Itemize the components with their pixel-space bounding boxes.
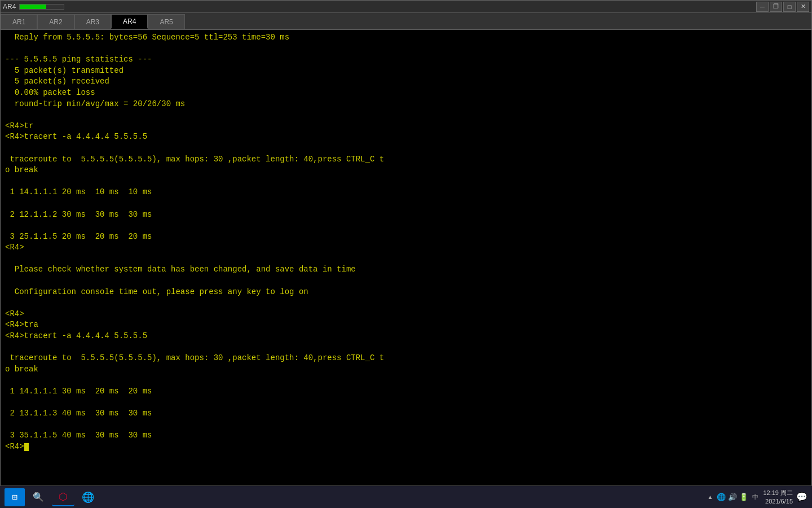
terminal-line: <R4> — [5, 309, 24, 318]
tray-icons: ▲ 🌐 🔊 🔋 中 — [705, 493, 760, 502]
terminal-line: Reply from 5.5.5.5: bytes=56 Sequence=5 … — [5, 33, 289, 42]
taskbar-left: ⊞ 🔍 ⬡ 🌐 — [5, 488, 99, 506]
taskbar-clock[interactable]: 12:19 周二 2021/6/15 — [763, 489, 793, 505]
title-bar: AR4 ─ ❐ □ ✕ — [1, 1, 811, 13]
taskbar-right: ▲ 🌐 🔊 🔋 中 12:19 周二 2021/6/15 💬 — [705, 489, 807, 505]
chrome-icon: 🌐 — [82, 491, 94, 503]
windows-icon: ⊞ — [12, 492, 17, 503]
progress-bar-fill — [20, 5, 46, 9]
huawei-icon: ⬡ — [59, 491, 68, 503]
terminal-line: o break — [5, 365, 38, 374]
main-window: AR4 ─ ❐ □ ✕ AR1 AR2 AR3 AR4 AR5 Reply fr… — [0, 0, 812, 485]
terminal-line: 5 packet(s) transmitted — [5, 66, 123, 75]
tab-AR3[interactable]: AR3 — [74, 14, 111, 29]
terminal-line: o break — [5, 165, 38, 174]
terminal-line: traceroute to 5.5.5.5(5.5.5.5), max hops… — [5, 155, 384, 164]
start-button[interactable]: ⊞ — [5, 488, 25, 506]
taskbar-date-text: 2021/6/15 — [763, 497, 793, 505]
terminal-line: traceroute to 5.5.5.5(5.5.5.5), max hops… — [5, 353, 384, 362]
tab-AR4[interactable]: AR4 — [111, 14, 148, 29]
tab-AR2[interactable]: AR2 — [37, 14, 74, 29]
minimize-button[interactable]: ─ — [756, 2, 769, 12]
terminal-line: --- 5.5.5.5 ping statistics --- — [5, 55, 152, 64]
progress-bar-container — [19, 4, 64, 10]
terminal-line: Please check whether system data has bee… — [5, 265, 356, 274]
terminal-line: 2 13.1.1.3 40 ms 30 ms 30 ms — [5, 409, 152, 418]
terminal-line: 5 packet(s) received — [5, 77, 109, 86]
taskbar-app-chrome[interactable]: 🌐 — [77, 488, 99, 506]
terminal-line: 3 25.1.1.5 20 ms 20 ms 20 ms — [5, 232, 152, 241]
taskbar-time-text: 12:19 周二 — [763, 489, 793, 497]
terminal-line: <R4>tr — [5, 121, 33, 130]
terminal-line: <R4> — [5, 442, 29, 451]
terminal-output[interactable]: Reply from 5.5.5.5: bytes=56 Sequence=5 … — [1, 30, 811, 486]
taskbar: ⊞ 🔍 ⬡ 🌐 ▲ 🌐 🔊 🔋 中 12:19 周二 2021/6/15 💬 — [0, 485, 812, 508]
terminal-line: <R4>tra — [5, 320, 38, 329]
restore-button[interactable]: ❐ — [770, 2, 782, 12]
terminal-line: Configuration console time out, please p… — [5, 287, 308, 296]
window-title: AR4 — [3, 3, 16, 11]
terminal-line: 0.00% packet loss — [5, 88, 95, 97]
taskbar-app-huawei[interactable]: ⬡ — [52, 488, 74, 506]
close-button[interactable]: ✕ — [797, 2, 809, 12]
terminal-line: <R4>tracert -a 4.4.4.4 5.5.5.5 — [5, 331, 147, 340]
terminal-line: <R4> — [5, 243, 24, 252]
title-bar-left: AR4 — [3, 3, 69, 11]
terminal-line: 1 14.1.1.1 30 ms 20 ms 20 ms — [5, 387, 152, 396]
terminal-line: 3 35.1.1.5 40 ms 30 ms 30 ms — [5, 431, 152, 440]
network-icon[interactable]: 🌐 — [717, 493, 726, 502]
maximize-button[interactable]: □ — [783, 2, 796, 12]
search-icon: 🔍 — [33, 492, 44, 503]
terminal-line: 2 12.1.1.2 30 ms 30 ms 30 ms — [5, 210, 152, 219]
tab-bar: AR1 AR2 AR3 AR4 AR5 — [1, 13, 811, 30]
tray-arrow-icon[interactable]: ▲ — [705, 493, 714, 502]
keyboard-icon[interactable]: 中 — [751, 493, 760, 502]
battery-icon: 🔋 — [739, 493, 748, 502]
notification-icon[interactable]: 💬 — [796, 492, 807, 502]
cursor — [24, 443, 29, 451]
tab-AR1[interactable]: AR1 — [1, 14, 37, 29]
taskbar-search[interactable]: 🔍 — [27, 488, 50, 506]
terminal-line: 1 14.1.1.1 20 ms 10 ms 10 ms — [5, 187, 152, 196]
speaker-icon[interactable]: 🔊 — [728, 493, 737, 502]
terminal-line: round-trip min/avg/max = 20/26/30 ms — [5, 99, 185, 108]
title-bar-controls: ─ ❐ □ ✕ — [756, 2, 809, 12]
tab-AR5[interactable]: AR5 — [148, 14, 184, 29]
terminal-line: <R4>tracert -a 4.4.4.4 5.5.5.5 — [5, 132, 147, 141]
